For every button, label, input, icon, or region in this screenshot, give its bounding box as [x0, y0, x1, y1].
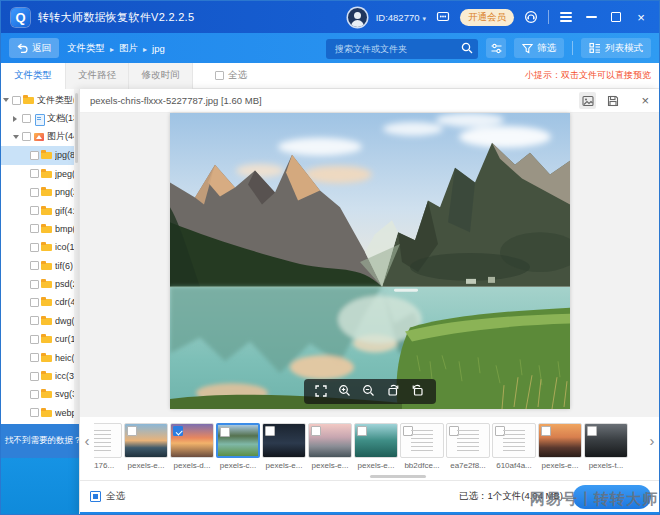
select-all-checkbox[interactable] — [215, 71, 224, 80]
tree-row[interactable]: 图片(44811) — [1, 128, 79, 146]
tab-file-type[interactable]: 文件类型 — [1, 63, 65, 89]
thumb-image[interactable] — [446, 423, 490, 458]
zoom-out-icon[interactable] — [362, 383, 375, 401]
thumb-image[interactable] — [124, 423, 168, 458]
zoom-in-icon[interactable] — [338, 383, 351, 401]
thumbnail-item[interactable]: bb2dfce... — [400, 423, 444, 470]
thumb-checkbox[interactable] — [357, 426, 367, 436]
thumbnail-item[interactable]: pexels-e... — [354, 423, 398, 470]
tree-row[interactable]: cdr(423) — [1, 293, 79, 311]
tree-expander[interactable] — [13, 116, 21, 122]
tree-row[interactable]: svg(305) — [1, 385, 79, 403]
tree-checkbox[interactable] — [30, 261, 39, 270]
thumbnail-item[interactable]: pexels-e... — [262, 423, 306, 470]
vip-upgrade-button[interactable]: 开通会员 — [460, 9, 514, 26]
rotate-right-icon[interactable] — [387, 383, 400, 401]
thumb-image[interactable] — [262, 423, 306, 458]
thumb-checkbox[interactable] — [311, 426, 321, 436]
thumb-checkbox[interactable] — [220, 427, 230, 437]
picture-preview-icon[interactable] — [579, 92, 596, 109]
tree-checkbox[interactable] — [30, 188, 39, 197]
recover-button[interactable] — [573, 485, 651, 509]
list-mode-button[interactable]: 列表模式 — [581, 38, 651, 58]
chat-icon[interactable] — [435, 9, 451, 25]
search-icon[interactable] — [460, 41, 474, 55]
strip-next-icon[interactable]: › — [645, 433, 659, 448]
tree-checkbox[interactable] — [30, 206, 39, 215]
tree-row[interactable]: jpeg(21) — [1, 165, 79, 183]
tree-checkbox[interactable] — [22, 132, 31, 141]
tab-file-path[interactable]: 文件路径 — [65, 63, 129, 89]
thumb-checkbox[interactable] — [495, 426, 505, 436]
thumbnail-item[interactable]: pexels-e... — [538, 423, 582, 470]
tree-checkbox[interactable] — [30, 151, 39, 160]
fullscreen-icon[interactable] — [315, 383, 327, 401]
thumb-image[interactable] — [170, 423, 214, 458]
close-icon[interactable]: × — [633, 9, 649, 25]
thumb-checkbox[interactable] — [265, 426, 275, 436]
bottom-select-all-checkbox[interactable] — [90, 491, 101, 502]
tree-expander[interactable] — [13, 135, 21, 139]
tree-checkbox[interactable] — [30, 408, 39, 417]
feedback-banner[interactable]: 找不到需要的数据？点 — [1, 424, 79, 458]
tree-checkbox[interactable] — [30, 372, 39, 381]
tree-checkbox[interactable] — [30, 224, 39, 233]
thumb-checkbox[interactable] — [403, 426, 413, 436]
tree-row[interactable]: gif(4105) — [1, 201, 79, 219]
thumb-checkbox[interactable] — [449, 426, 459, 436]
thumb-checkbox[interactable] — [541, 426, 551, 436]
filter-button[interactable]: 筛选 — [514, 38, 564, 58]
tree-row[interactable]: dwg(478) — [1, 312, 79, 330]
thumb-image[interactable] — [308, 423, 352, 458]
display-settings-button[interactable] — [486, 38, 506, 58]
breadcrumb-images[interactable]: 图片 — [119, 42, 138, 55]
thumb-image[interactable] — [94, 423, 122, 458]
thumbnail-item[interactable]: ea7e2f8... — [446, 423, 490, 470]
thumbnail-item[interactable]: pexels-c... — [216, 423, 260, 470]
maximize-icon[interactable] — [608, 9, 624, 25]
tree-checkbox[interactable] — [30, 390, 39, 399]
breadcrumb-file-type[interactable]: 文件类型 — [67, 42, 105, 55]
tree-checkbox[interactable] — [30, 316, 39, 325]
thumb-checkbox[interactable] — [127, 426, 137, 436]
thumbnail-item[interactable]: pexels-d... — [170, 423, 214, 470]
rotate-left-icon[interactable] — [411, 383, 424, 401]
thumb-image[interactable] — [354, 423, 398, 458]
tree-checkbox[interactable] — [30, 335, 39, 344]
tree-checkbox[interactable] — [22, 114, 31, 123]
thumbnail-item[interactable]: pexels-e... — [308, 423, 352, 470]
thumb-checkbox[interactable] — [587, 426, 597, 436]
tab-modified-time[interactable]: 修改时间 — [129, 63, 193, 89]
tabrow-select-all[interactable]: 全选 — [215, 69, 247, 82]
preview-close-icon[interactable]: × — [641, 94, 649, 107]
tree-checkbox[interactable] — [30, 353, 39, 362]
thumbnail-item[interactable]: pexels-t... — [584, 423, 628, 470]
tree-row[interactable]: psd(2681) — [1, 275, 79, 293]
thumb-image[interactable] — [400, 423, 444, 458]
search-input[interactable] — [326, 39, 478, 59]
tree-expander[interactable] — [3, 98, 11, 102]
save-icon[interactable] — [604, 92, 621, 109]
breadcrumb-jpg[interactable]: jpg — [152, 43, 165, 54]
thumb-image[interactable] — [492, 423, 536, 458]
tree-row[interactable]: tif(6) — [1, 257, 79, 275]
avatar[interactable] — [348, 8, 367, 27]
thumbnail-item[interactable]: pexels-e... — [124, 423, 168, 470]
tree-row[interactable]: bmp(100) — [1, 220, 79, 238]
tree-checkbox[interactable] — [30, 243, 39, 252]
tree-checkbox[interactable] — [30, 298, 39, 307]
strip-scrollbar[interactable] — [370, 475, 426, 478]
thumb-checkbox[interactable] — [173, 426, 183, 436]
minimize-icon[interactable] — [583, 9, 599, 25]
tree-checkbox[interactable] — [30, 169, 39, 178]
thumb-image[interactable] — [584, 423, 628, 458]
tree-row[interactable]: heic(26) — [1, 348, 79, 366]
tree-checkbox[interactable] — [30, 280, 39, 289]
menu-icon[interactable] — [558, 9, 574, 25]
tree-row[interactable]: jpg(8351) — [1, 146, 79, 164]
tree-row[interactable]: png(28056 — [1, 183, 79, 201]
tree-checkbox[interactable] — [12, 96, 21, 105]
customer-service-icon[interactable] — [523, 9, 539, 25]
thumb-image[interactable] — [216, 423, 260, 458]
tree-row[interactable]: ico(182) — [1, 238, 79, 256]
